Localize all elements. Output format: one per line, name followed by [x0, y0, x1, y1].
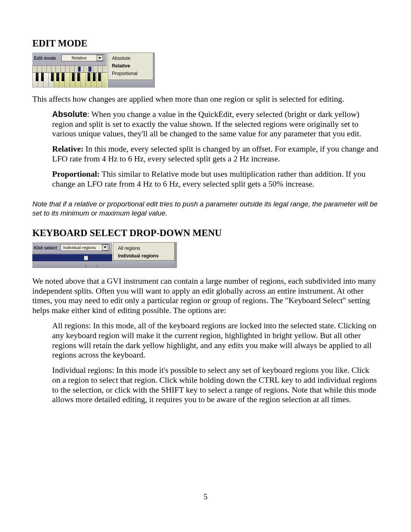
- fig1-label: Edit mode: [34, 56, 56, 61]
- relative-paragraph: Relative: In this mode, every selected s…: [52, 144, 379, 164]
- kbd-select-dropdown[interactable]: Individual regions: [61, 244, 109, 251]
- fig1-keyboard: [32, 72, 107, 87]
- edit-mode-note: Note that if a relative or proportional …: [32, 200, 379, 217]
- relative-body: In this mode, every selected split is ch…: [52, 144, 378, 163]
- absolute-label: Absolute: [52, 110, 87, 119]
- allregions-paragraph: All regions: In this mode, all of the ke…: [52, 321, 379, 360]
- relative-label: Relative:: [52, 144, 83, 153]
- dropdown-arrow-icon[interactable]: [102, 244, 108, 251]
- page-number: 5: [0, 492, 411, 502]
- section-heading-kbd-select: KEYBOARD SELECT DROP-DOWN MENU: [32, 228, 379, 238]
- kbd-select-intro: We noted above that a GVI instrument can…: [32, 276, 379, 316]
- dropdown-arrow-icon[interactable]: [97, 55, 103, 61]
- proportional-label: Proportional:: [52, 169, 100, 179]
- absolute-body: : When you change a value in the QuickEd…: [52, 110, 361, 139]
- fig2-track: [32, 254, 112, 261]
- edit-mode-menu[interactable]: Absolute Relative Proportional: [108, 53, 153, 80]
- kbd-select-option-individual[interactable]: Individual regions: [113, 252, 174, 260]
- figure-kbd-select: Kbd select Individual regions All region…: [32, 242, 177, 268]
- edit-mode-option-proportional[interactable]: Proportional: [108, 70, 153, 77]
- allregions-body: In this mode, all of the keyboard region…: [52, 321, 376, 359]
- edit-mode-option-absolute[interactable]: Absolute: [108, 54, 153, 62]
- kbd-select-dropdown-value: Individual regions: [63, 245, 96, 250]
- edit-mode-dropdown-value: Relative: [62, 56, 97, 60]
- kbd-select-menu[interactable]: All regions Individual regions: [113, 242, 175, 260]
- section-heading-edit-mode: EDIT MODE: [32, 38, 379, 49]
- fig2-label: Kbd select: [34, 245, 57, 251]
- figure-edit-mode: Edit mode Relative A: [32, 53, 155, 88]
- edit-mode-option-relative[interactable]: Relative: [108, 62, 153, 70]
- proportional-paragraph: Proportional: This similar to Relative m…: [52, 169, 379, 189]
- edit-mode-dropdown[interactable]: Relative: [61, 54, 104, 61]
- absolute-paragraph: Absolute: When you change a value in the…: [52, 110, 379, 139]
- kbd-select-option-all[interactable]: All regions: [113, 244, 174, 252]
- edit-mode-intro: This affects how changes are applied whe…: [32, 94, 379, 104]
- indregions-label: Individual regions:: [52, 366, 114, 375]
- fig1-ruler: [32, 66, 107, 73]
- indregions-paragraph: Individual regions: In this mode it's po…: [52, 366, 379, 405]
- allregions-label: All regions:: [52, 321, 91, 330]
